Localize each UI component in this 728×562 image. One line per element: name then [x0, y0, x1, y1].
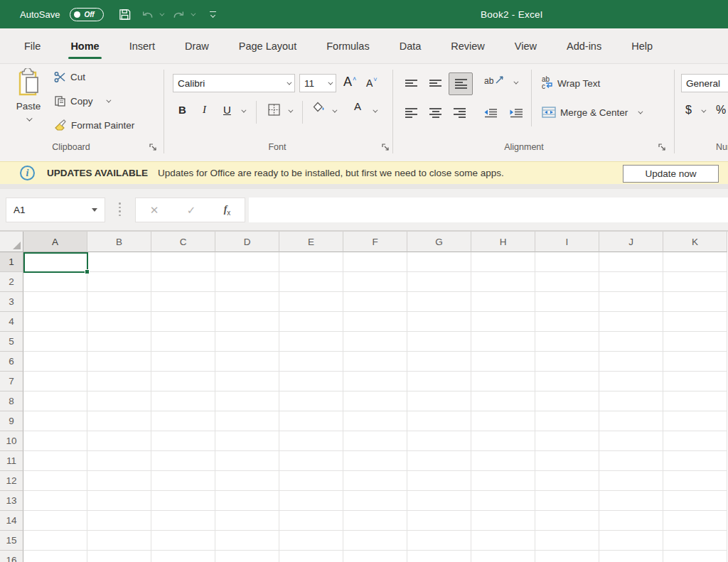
cell-K11[interactable] [663, 451, 727, 471]
accounting-dropdown-icon[interactable] [701, 108, 706, 113]
cell-F10[interactable] [343, 431, 407, 451]
row-header-5[interactable]: 5 [0, 332, 23, 352]
cell-J12[interactable] [599, 471, 663, 491]
shrink-font-button[interactable]: A ˅ [366, 77, 378, 89]
tab-draw[interactable]: Draw [170, 31, 224, 62]
cell-I12[interactable] [535, 471, 599, 491]
cell-I11[interactable] [535, 451, 599, 471]
cell-J10[interactable] [599, 431, 663, 451]
cell-C7[interactable] [151, 372, 215, 391]
cell-H9[interactable] [471, 411, 535, 431]
cell-E1[interactable] [279, 252, 343, 272]
borders-button[interactable] [267, 103, 281, 117]
cell-K1[interactable] [663, 252, 727, 272]
cell-E5[interactable] [279, 332, 343, 352]
formula-bar-resize-handle[interactable] [119, 202, 121, 216]
cell-F15[interactable] [343, 531, 407, 551]
cell-G2[interactable] [407, 272, 471, 292]
cell-K13[interactable] [663, 491, 727, 511]
cell-F3[interactable] [343, 292, 407, 312]
cell-I15[interactable] [535, 531, 599, 551]
cell-J4[interactable] [599, 312, 663, 332]
column-header-g[interactable]: G [407, 232, 471, 252]
cell-D10[interactable] [215, 431, 279, 451]
row-header-16[interactable]: 16 [0, 551, 23, 562]
cell-H11[interactable] [471, 451, 535, 471]
cell-H5[interactable] [471, 332, 535, 352]
tab-help[interactable]: Help [616, 31, 668, 62]
cell-E9[interactable] [279, 411, 343, 431]
cell-F11[interactable] [343, 451, 407, 471]
cell-K2[interactable] [663, 272, 727, 292]
cell-E12[interactable] [279, 471, 343, 491]
cell-I6[interactable] [535, 352, 599, 372]
cell-J8[interactable] [599, 391, 663, 411]
row-header-9[interactable]: 9 [0, 411, 23, 431]
cell-F14[interactable] [343, 511, 407, 531]
insert-function-icon[interactable]: fx [224, 203, 231, 217]
cell-H1[interactable] [471, 252, 535, 272]
column-header-a[interactable]: A [23, 232, 87, 252]
cell-E16[interactable] [279, 551, 343, 562]
cell-A13[interactable] [23, 491, 87, 511]
cell-D13[interactable] [215, 491, 279, 511]
cell-E4[interactable] [279, 312, 343, 332]
cell-K14[interactable] [663, 511, 727, 531]
cell-A6[interactable] [23, 352, 87, 372]
column-header-i[interactable]: I [535, 232, 599, 252]
enter-icon[interactable]: ✓ [187, 204, 196, 217]
cell-K4[interactable] [663, 312, 727, 332]
cell-G11[interactable] [407, 451, 471, 471]
cell-G13[interactable] [407, 491, 471, 511]
cell-A1[interactable] [23, 252, 87, 272]
cell-B7[interactable] [87, 372, 151, 391]
paste-dropdown-icon[interactable] [26, 115, 32, 121]
column-header-d[interactable]: D [215, 232, 279, 252]
cell-G12[interactable] [407, 471, 471, 491]
cell-J7[interactable] [599, 372, 663, 391]
row-header-7[interactable]: 7 [0, 372, 23, 391]
alignment-dialog-launcher-icon[interactable] [658, 143, 667, 152]
cell-F8[interactable] [343, 391, 407, 411]
tab-review[interactable]: Review [436, 31, 500, 62]
cell-F16[interactable] [343, 551, 407, 562]
cell-A11[interactable] [23, 451, 87, 471]
cell-D7[interactable] [215, 372, 279, 391]
cell-I7[interactable] [535, 372, 599, 391]
cell-C8[interactable] [151, 391, 215, 411]
cell-B3[interactable] [87, 292, 151, 312]
font-size-combo[interactable]: 11 [299, 74, 336, 92]
cell-A7[interactable] [23, 372, 87, 391]
orientation-button[interactable]: ab [484, 74, 505, 87]
align-right-button[interactable] [454, 108, 466, 118]
formula-input[interactable] [249, 198, 728, 222]
cell-E14[interactable] [279, 511, 343, 531]
font-dialog-launcher-icon[interactable] [381, 143, 390, 152]
middle-align-button[interactable] [429, 80, 441, 87]
tab-home[interactable]: Home [55, 31, 114, 62]
tab-formulas[interactable]: Formulas [311, 31, 384, 62]
cell-B14[interactable] [87, 511, 151, 531]
cell-E3[interactable] [279, 292, 343, 312]
cell-F2[interactable] [343, 272, 407, 292]
increase-indent-button[interactable] [509, 108, 523, 118]
cell-I16[interactable] [535, 551, 599, 562]
redo-dropdown-icon[interactable] [191, 11, 196, 16]
cell-A9[interactable] [23, 411, 87, 431]
cell-E13[interactable] [279, 491, 343, 511]
tab-add-ins[interactable]: Add-ins [552, 31, 616, 62]
cell-H7[interactable] [471, 372, 535, 391]
cell-H10[interactable] [471, 431, 535, 451]
cell-J6[interactable] [599, 352, 663, 372]
cell-A10[interactable] [23, 431, 87, 451]
underline-dropdown-icon[interactable] [241, 108, 246, 113]
cell-H15[interactable] [471, 531, 535, 551]
tab-data[interactable]: Data [385, 31, 437, 62]
cell-B15[interactable] [87, 531, 151, 551]
top-align-button[interactable] [405, 80, 417, 87]
column-header-c[interactable]: C [151, 232, 215, 252]
copy-button[interactable]: Copy [54, 95, 109, 107]
cell-B13[interactable] [87, 491, 151, 511]
cell-F12[interactable] [343, 471, 407, 491]
cell-J5[interactable] [599, 332, 663, 352]
